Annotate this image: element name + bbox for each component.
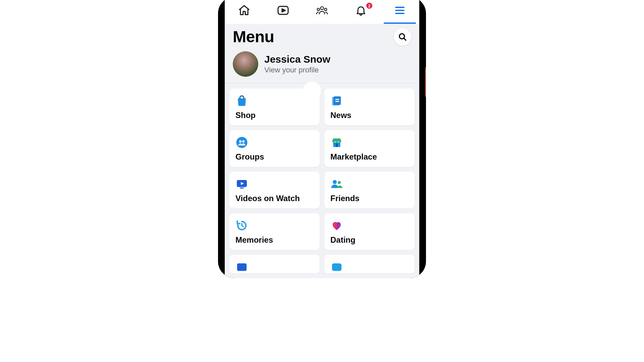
- search-button[interactable]: [394, 28, 411, 46]
- tab-home[interactable]: [225, 0, 264, 24]
- shortcut-label: Dating: [330, 235, 409, 245]
- shortcut-label: News: [330, 111, 409, 120]
- home-icon: [238, 4, 251, 17]
- shortcut-shop[interactable]: Shop: [229, 88, 320, 125]
- friends-icon: [330, 178, 343, 190]
- svg-rect-19: [240, 188, 244, 189]
- shortcut-label: Videos on Watch: [235, 194, 314, 203]
- svg-rect-12: [335, 101, 339, 102]
- svg-point-13: [236, 137, 248, 148]
- shortcut-friends[interactable]: Friends: [324, 172, 415, 208]
- svg-point-15: [242, 140, 245, 142]
- screen: 2 Menu: [225, 0, 419, 278]
- shop-icon: [235, 95, 248, 107]
- shortcut-label: Memories: [235, 235, 314, 245]
- svg-rect-11: [335, 99, 339, 100]
- search-icon: [398, 32, 407, 42]
- dating-icon: [330, 219, 343, 232]
- page-title: Menu: [233, 27, 274, 46]
- svg-rect-10: [334, 97, 341, 105]
- tab-notifications[interactable]: 2: [341, 0, 380, 24]
- shortcut-groups[interactable]: Groups: [229, 130, 320, 167]
- notification-badge: 2: [366, 2, 373, 9]
- marketplace-icon: [330, 136, 343, 149]
- shortcut-videos[interactable]: Videos on Watch: [229, 172, 320, 208]
- profile-text: Jessica Snow View your profile: [264, 54, 330, 74]
- tab-menu[interactable]: [380, 0, 419, 24]
- svg-rect-17: [336, 143, 338, 147]
- avatar: [233, 51, 258, 77]
- groups-icon: [235, 136, 248, 149]
- shortcut-more-2[interactable]: [324, 255, 415, 274]
- videos-icon: [235, 178, 248, 190]
- news-icon: [330, 95, 343, 107]
- top-nav-bar: 2: [225, 0, 419, 24]
- generic-app-icon: [235, 261, 248, 274]
- svg-point-14: [239, 140, 241, 142]
- svg-point-20: [333, 180, 337, 184]
- shortcut-more-1[interactable]: [229, 255, 320, 274]
- watch-icon: [277, 4, 289, 17]
- svg-rect-22: [237, 263, 247, 271]
- shortcut-dating[interactable]: Dating: [324, 213, 415, 250]
- shortcut-label: Shop: [235, 111, 314, 120]
- power-button-physical: [425, 67, 426, 97]
- hamburger-icon: [393, 4, 406, 17]
- shortcut-marketplace[interactable]: Marketplace: [324, 130, 415, 167]
- generic-app-icon: [330, 261, 343, 274]
- profile-name: Jessica Snow: [264, 54, 330, 65]
- profile-subtitle: View your profile: [264, 66, 330, 74]
- memories-icon: [235, 219, 248, 232]
- volume-button-physical: [425, 109, 426, 169]
- svg-point-1: [321, 6, 324, 9]
- tab-watch[interactable]: [264, 0, 303, 24]
- tab-groups[interactable]: [303, 0, 341, 24]
- svg-point-2: [317, 8, 320, 10]
- svg-line-8: [404, 38, 406, 40]
- shortcut-news[interactable]: News: [324, 88, 415, 125]
- profile-row[interactable]: Jessica Snow View your profile: [225, 48, 419, 83]
- svg-rect-23: [332, 263, 341, 271]
- device-frame: 2 Menu: [218, 0, 426, 278]
- shortcut-label: Friends: [330, 194, 409, 203]
- people-icon: [316, 4, 328, 17]
- shortcut-label: Groups: [235, 152, 314, 162]
- shortcut-memories[interactable]: Memories: [229, 213, 320, 250]
- svg-point-21: [338, 181, 341, 184]
- svg-point-3: [324, 8, 327, 10]
- menu-header: Menu: [225, 24, 419, 48]
- shortcut-label: Marketplace: [330, 152, 409, 162]
- shortcut-grid: Shop News: [225, 83, 419, 274]
